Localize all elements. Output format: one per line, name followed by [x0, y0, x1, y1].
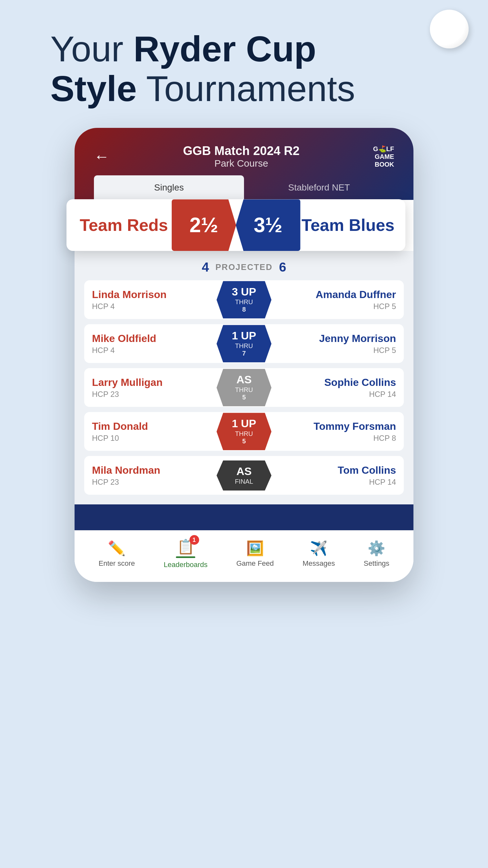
- table-row: Tim Donald HCP 10 1 UP THRU 5 Tommy Fors…: [84, 412, 404, 451]
- match-title-block: GGB Match 2024 R2 Park Course: [183, 144, 299, 169]
- team-blues-label: Team Blues: [300, 215, 406, 235]
- hero-title: Your Ryder Cup Style Tournaments: [51, 29, 438, 108]
- player-left-5: Mila Nordman HCP 23: [84, 458, 217, 493]
- status-sub2-4: 5: [242, 438, 246, 445]
- player-name-right-5: Tom Collins: [279, 464, 396, 476]
- nav-enter-score[interactable]: ✏️ Enter score: [99, 540, 135, 568]
- bottom-nav: ✏️ Enter score 📋 1 Leaderboards 🖼️ Game …: [74, 530, 414, 582]
- hero-line2-bold: Style: [51, 68, 137, 109]
- table-row: Larry Mulligan HCP 23 AS THRU 5 Sophie C…: [84, 368, 404, 407]
- player-left-1: Linda Morrison HCP 4: [84, 282, 217, 317]
- nav-label-messages: Messages: [302, 559, 335, 568]
- player-hcp-left-3: HCP 23: [92, 390, 209, 399]
- player-name-right-4: Tommy Forsman: [279, 421, 396, 432]
- app-body: 4 PROJECTED 6 Linda Morrison HCP 4 3 UP …: [74, 251, 414, 530]
- player-name-left-1: Linda Morrison: [92, 289, 209, 301]
- status-sub2-1: 8: [242, 306, 246, 313]
- player-right-4: Tommy Forsman HCP 8: [271, 414, 404, 449]
- projected-score-right: 6: [279, 260, 286, 275]
- tab-singles[interactable]: Singles: [94, 175, 244, 200]
- leaderboards-badge-wrapper: 📋 1: [177, 538, 195, 555]
- status-sub-5: FINAL: [235, 478, 253, 485]
- nav-game-feed[interactable]: 🖼️ Game Feed: [236, 540, 274, 568]
- player-left-4: Tim Donald HCP 10: [84, 414, 217, 449]
- player-right-1: Amanda Duffner HCP 5: [271, 282, 404, 317]
- player-left-3: Larry Mulligan HCP 23: [84, 370, 217, 405]
- player-left-2: Mike Oldfield HCP 4: [84, 326, 217, 361]
- pencil-icon: ✏️: [108, 540, 126, 557]
- match-status-3: AS THRU 5: [217, 369, 271, 406]
- status-sub-4: THRU: [235, 430, 253, 438]
- player-name-left-4: Tim Donald: [92, 421, 209, 432]
- player-right-3: Sophie Collins HCP 14: [271, 370, 404, 405]
- messages-icon: ✈️: [310, 540, 328, 557]
- projected-score-left: 4: [202, 260, 209, 275]
- score-red: 2½: [172, 199, 236, 251]
- logo-line3: BOOK: [373, 160, 394, 168]
- nav-label-leaderboards: Leaderboards: [164, 561, 207, 569]
- leaderboards-badge: 1: [190, 535, 199, 545]
- player-name-right-2: Jenny Morrison: [279, 333, 396, 345]
- player-hcp-left-2: HCP 4: [92, 346, 209, 355]
- nav-settings[interactable]: ⚙️ Settings: [364, 540, 390, 568]
- active-indicator: [176, 556, 195, 558]
- phone-mockup: ← GGB Match 2024 R2 Park Course G⛳LF GAM…: [74, 128, 414, 582]
- match-title: GGB Match 2024 R2: [183, 144, 299, 158]
- match-status-4: 1 UP THRU 5: [217, 413, 271, 450]
- score-blue: 3½: [236, 199, 300, 251]
- logo-line2: GAME: [373, 153, 394, 160]
- status-sub2-2: 7: [242, 350, 246, 357]
- score-block: 2½ 3½: [172, 199, 300, 251]
- nav-messages[interactable]: ✈️ Messages: [302, 540, 335, 568]
- table-row: Linda Morrison HCP 4 3 UP THRU 8 Amanda …: [84, 280, 404, 319]
- player-name-right-1: Amanda Duffner: [279, 289, 396, 301]
- status-sub-3: THRU: [235, 386, 253, 394]
- hero-line1-prefix: Your: [51, 29, 133, 69]
- golf-ball-decoration: [430, 10, 469, 49]
- match-subtitle: Park Course: [183, 158, 299, 169]
- nav-label-game-feed: Game Feed: [236, 559, 274, 568]
- table-row: Mila Nordman HCP 23 AS FINAL Tom Collins…: [84, 456, 404, 495]
- player-name-left-3: Larry Mulligan: [92, 376, 209, 389]
- status-main-1: 3 UP: [232, 286, 256, 297]
- team-reds-label: Team Reds: [66, 215, 172, 235]
- projected-label: PROJECTED: [216, 262, 273, 272]
- player-right-5: Tom Collins HCP 14: [271, 458, 404, 493]
- game-feed-icon: 🖼️: [246, 540, 264, 557]
- status-main-5: AS: [236, 466, 252, 476]
- match-status-2: 1 UP THRU 7: [217, 325, 271, 362]
- player-name-right-3: Sophie Collins: [279, 376, 396, 389]
- player-hcp-right-5: HCP 14: [279, 477, 396, 487]
- score-banner-wrapper: Team Reds 2½ 3½ Team Blues: [74, 199, 414, 251]
- player-hcp-left-4: HCP 10: [92, 434, 209, 443]
- match-list: Linda Morrison HCP 4 3 UP THRU 8 Amanda …: [74, 280, 414, 504]
- nav-leaderboards[interactable]: 📋 1 Leaderboards: [164, 538, 207, 569]
- status-sub-1: THRU: [235, 299, 253, 306]
- player-right-2: Jenny Morrison HCP 5: [271, 326, 404, 361]
- status-main-2: 1 UP: [232, 330, 256, 341]
- hero-line2-suffix: Tournaments: [137, 68, 355, 109]
- match-status-1: 3 UP THRU 8: [217, 281, 271, 318]
- match-status-5: AS FINAL: [217, 461, 271, 491]
- ggb-logo: G⛳LF GAME BOOK: [373, 145, 394, 168]
- player-hcp-right-1: HCP 5: [279, 302, 396, 311]
- projected-row: 4 PROJECTED 6: [74, 251, 414, 280]
- app-footer-bar: [74, 504, 414, 530]
- app-header: ← GGB Match 2024 R2 Park Course G⛳LF GAM…: [74, 128, 414, 200]
- back-button[interactable]: ←: [94, 148, 109, 165]
- tab-stableford[interactable]: Stableford NET: [244, 175, 394, 200]
- status-sub-2: THRU: [235, 342, 253, 350]
- table-row: Mike Oldfield HCP 4 1 UP THRU 7 Jenny Mo…: [84, 324, 404, 363]
- player-hcp-right-2: HCP 5: [279, 346, 396, 355]
- nav-label-settings: Settings: [364, 559, 390, 568]
- logo-line1: G⛳LF: [373, 145, 394, 153]
- player-hcp-right-3: HCP 14: [279, 390, 396, 399]
- status-sub2-3: 5: [242, 394, 246, 401]
- player-hcp-left-5: HCP 23: [92, 477, 209, 487]
- status-main-3: AS: [236, 374, 252, 385]
- status-main-4: 1 UP: [232, 418, 256, 429]
- player-name-left-5: Mila Nordman: [92, 464, 209, 476]
- player-hcp-left-1: HCP 4: [92, 302, 209, 311]
- player-name-left-2: Mike Oldfield: [92, 333, 209, 345]
- app-tabs: Singles Stableford NET: [94, 175, 394, 200]
